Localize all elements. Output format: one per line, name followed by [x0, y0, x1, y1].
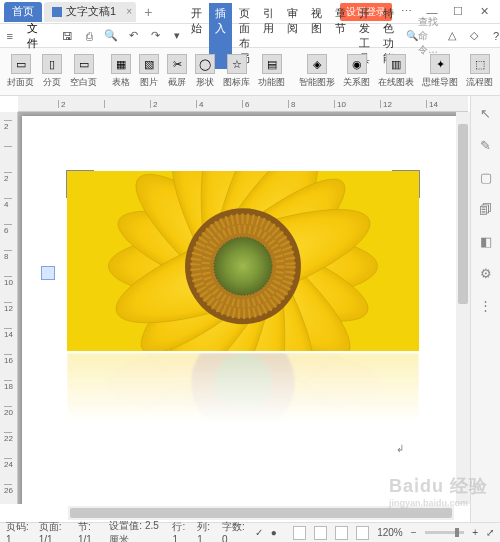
file-menu[interactable]: 文件: [17, 19, 53, 53]
status-pages[interactable]: 页面: 1/1: [39, 520, 70, 542]
ribbon-表格[interactable]: ▦表格: [108, 54, 134, 89]
zoom-in-button[interactable]: +: [472, 527, 478, 538]
window-close[interactable]: ✕: [472, 2, 496, 22]
ribbon-流程图[interactable]: ⬚流程图: [463, 54, 496, 89]
ribbon-icon: ⬚: [470, 54, 490, 74]
zoom-out-button[interactable]: −: [411, 527, 417, 538]
menuright-b-icon[interactable]: ◇: [466, 28, 482, 44]
ribbon-空白页[interactable]: ▭空白页: [67, 54, 100, 89]
qat-undo-icon[interactable]: ↶: [125, 28, 141, 44]
ribbon-label: 流程图: [466, 76, 493, 89]
ribbon-label: 分页: [43, 76, 61, 89]
ribbon-label: 在线图表: [378, 76, 414, 89]
ribbon-label: 功能图: [258, 76, 285, 89]
svg-point-24: [214, 354, 272, 412]
ribbon-label: 表格: [112, 76, 130, 89]
status-column: 列: 1: [197, 520, 214, 542]
inserted-image[interactable]: [67, 171, 419, 351]
ribbon-思维导图[interactable]: ✦思维导图: [419, 54, 461, 89]
document-viewport: ↲: [18, 112, 468, 504]
zoom-slider[interactable]: [425, 531, 465, 534]
ribbon-label: 封面页: [7, 76, 34, 89]
ribbon-在线图表[interactable]: ▥在线图表: [375, 54, 417, 89]
paragraph-mark-icon: ↲: [396, 443, 404, 454]
ribbon-图片[interactable]: ▧图片: [136, 54, 162, 89]
ribbon-截屏[interactable]: ✂截屏: [164, 54, 190, 89]
ribbon-功能图[interactable]: ▤功能图: [255, 54, 288, 89]
ribbon-icon: ▤: [262, 54, 282, 74]
tab-add[interactable]: +: [136, 4, 160, 20]
sidepanel-nav-icon[interactable]: ◧: [477, 232, 495, 250]
fullscreen-button[interactable]: ⤢: [486, 527, 494, 538]
menu-bar: ≡ 文件 🖫 ⎙ 🔍 ↶ ↷ ▾ 开始插入页面布局引用审阅视图章节开发工具特色功…: [0, 24, 500, 48]
menuright-help-icon[interactable]: ?: [488, 28, 500, 44]
ribbon-分页[interactable]: ▯分页: [39, 54, 65, 89]
qat-more-icon[interactable]: ▾: [169, 28, 185, 44]
qat-preview-icon[interactable]: 🔍: [103, 28, 119, 44]
qat-redo-icon[interactable]: ↷: [147, 28, 163, 44]
page[interactable]: ↲: [22, 116, 464, 504]
layout-options-icon[interactable]: [41, 266, 55, 280]
ribbon-icon: ✦: [430, 54, 450, 74]
tab-document[interactable]: 文字文稿1 ×: [44, 2, 136, 22]
search-icon: 🔍: [406, 30, 418, 41]
ribbon-icon: ▥: [386, 54, 406, 74]
ribbon-icon: ◈: [307, 54, 327, 74]
sidepanel-more-icon[interactable]: ⋮: [477, 296, 495, 314]
ribbon-label: 空白页: [70, 76, 97, 89]
status-position[interactable]: 设置值: 2.5厘米: [109, 519, 164, 543]
ribbon-icon: ▯: [42, 54, 62, 74]
ribbon-label: 思维导图: [422, 76, 458, 89]
ribbon-图标库[interactable]: ☆图标库: [220, 54, 253, 89]
ruler-horizontal[interactable]: 2246810121416: [18, 96, 468, 112]
view-mode-outline[interactable]: [314, 526, 327, 540]
ribbon-封面页[interactable]: ▭封面页: [4, 54, 37, 89]
qat-print-icon[interactable]: ⎙: [81, 28, 97, 44]
image-reflection: [67, 353, 419, 423]
sidepanel-style-icon[interactable]: ✎: [477, 136, 495, 154]
right-sidebar: ↖✎▢🗐◧⚙⋮: [470, 96, 500, 522]
ribbon-形状[interactable]: ◯形状: [192, 54, 218, 89]
ribbon-icon: ▧: [139, 54, 159, 74]
ribbon-关系图[interactable]: ◉关系图: [340, 54, 373, 89]
menuright-a-icon[interactable]: △: [444, 28, 460, 44]
sidepanel-select-icon[interactable]: ↖: [477, 104, 495, 122]
ribbon-icon: ◉: [347, 54, 367, 74]
ruler-vertical[interactable]: 22468101214161820222426: [0, 112, 18, 504]
status-word-count[interactable]: 字数: 0: [222, 520, 247, 542]
sunflower-image: [67, 171, 419, 351]
vertical-scrollbar[interactable]: [456, 112, 470, 504]
ribbon-icon: ▭: [11, 54, 31, 74]
window-maximize[interactable]: ☐: [446, 2, 470, 22]
view-mode-read[interactable]: [356, 526, 369, 540]
status-page-number[interactable]: 页码: 1: [6, 520, 31, 542]
ribbon-label: 关系图: [343, 76, 370, 89]
view-mode-web[interactable]: [335, 526, 348, 540]
ribbon-icon: ◯: [195, 54, 215, 74]
sidepanel-settings-icon[interactable]: ⚙: [477, 264, 495, 282]
ribbon-label: 图片: [140, 76, 158, 89]
ribbon-icon: ▭: [74, 54, 94, 74]
tab-document-label: 文字文稿1: [66, 4, 116, 19]
sidepanel-clip-icon[interactable]: 🗐: [477, 200, 495, 218]
doc-icon: [52, 7, 62, 17]
command-search[interactable]: 🔍 查找命令…: [406, 15, 438, 57]
zoom-level[interactable]: 120%: [377, 527, 403, 538]
ribbon-label: 截屏: [168, 76, 186, 89]
tab-close-icon[interactable]: ×: [126, 6, 132, 17]
search-placeholder: 查找命令…: [418, 15, 438, 57]
qat-save-icon[interactable]: 🖫: [59, 28, 75, 44]
status-section[interactable]: 节: 1/1: [78, 520, 101, 542]
view-mode-print[interactable]: [293, 526, 306, 540]
status-line: 行: 1: [172, 520, 189, 542]
vertical-scroll-thumb[interactable]: [458, 124, 468, 304]
zoom-slider-knob[interactable]: [455, 528, 459, 537]
ribbon-智能图形[interactable]: ◈智能图形: [296, 54, 338, 89]
app-menu-icon[interactable]: ≡: [4, 28, 15, 44]
ribbon-label: 智能图形: [299, 76, 335, 89]
sidepanel-shape-icon[interactable]: ▢: [477, 168, 495, 186]
status-record-icon[interactable]: ●: [271, 527, 277, 538]
status-spell-icon[interactable]: ✓: [255, 527, 263, 538]
horizontal-scroll-thumb[interactable]: [70, 508, 452, 518]
status-bar: 页码: 1 页面: 1/1 节: 1/1 设置值: 2.5厘米 行: 1 列: …: [0, 522, 500, 542]
